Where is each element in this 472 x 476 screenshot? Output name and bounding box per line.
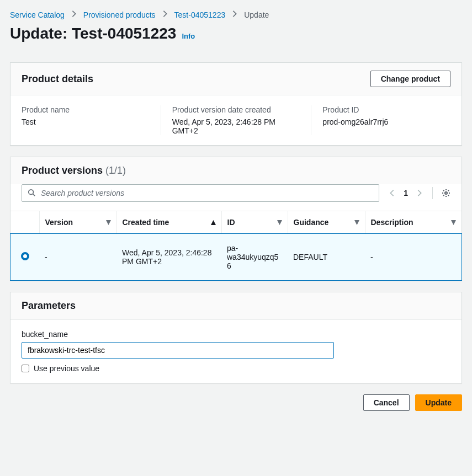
product-versions-title: Product versions (1/1) (22, 165, 126, 177)
product-date-label: Product version date created (172, 105, 300, 114)
svg-marker-3 (106, 220, 111, 225)
sort-icon (451, 218, 456, 227)
svg-marker-5 (277, 220, 282, 225)
col-version[interactable]: Version (39, 211, 116, 234)
cell-guidance: DEFAULT (288, 234, 365, 281)
svg-point-0 (29, 189, 34, 194)
cancel-button[interactable]: Cancel (363, 394, 410, 411)
sort-asc-icon (211, 218, 216, 227)
radio-selected-icon[interactable] (21, 252, 29, 260)
search-input[interactable] (40, 188, 373, 198)
cell-created: Wed, Apr 5, 2023, 2:46:28 PM GMT+2 (116, 234, 221, 281)
use-previous-value-checkbox[interactable] (22, 365, 29, 372)
settings-button[interactable] (442, 189, 450, 197)
info-link[interactable]: Info (182, 32, 195, 40)
product-versions-count: (1/1) (105, 165, 126, 176)
product-id-value: prod-omg26alr7rrj6 (322, 117, 450, 126)
parameters-title: Parameters (22, 300, 76, 312)
chevron-right-icon (70, 10, 78, 19)
col-description[interactable]: Description (365, 211, 462, 234)
product-id-label: Product ID (322, 105, 450, 114)
product-versions-panel: Product versions (1/1) 1 (10, 157, 462, 281)
chevron-right-icon (231, 10, 238, 19)
parameters-panel: Parameters bucket_name Use previous valu… (10, 292, 462, 383)
svg-point-2 (445, 192, 447, 194)
bucket-name-label: bucket_name (22, 330, 450, 339)
sort-icon (106, 218, 111, 227)
sort-icon (277, 218, 282, 227)
use-previous-value-label: Use previous value (34, 364, 99, 373)
next-page-button[interactable] (416, 189, 423, 197)
sort-icon (354, 218, 359, 227)
breadcrumb-service-catalog[interactable]: Service Catalog (10, 10, 65, 19)
page-title: Update: Test-04051223 (10, 25, 176, 42)
use-previous-value-row[interactable]: Use previous value (22, 364, 450, 373)
breadcrumb-product[interactable]: Test-04051223 (174, 10, 226, 19)
table-row[interactable]: - Wed, Apr 5, 2023, 2:46:28 PM GMT+2 pa-… (10, 234, 462, 281)
pager: 1 (388, 189, 423, 197)
product-name-label: Product name (22, 105, 150, 114)
col-created[interactable]: Created time (116, 211, 221, 234)
product-details-panel: Product details Change product Product n… (10, 62, 462, 146)
footer-actions: Cancel Update (10, 394, 462, 411)
versions-table: Version Created time (10, 211, 462, 280)
cell-version: - (39, 234, 116, 281)
chevron-right-icon (161, 10, 169, 19)
breadcrumb-current: Update (244, 10, 269, 19)
breadcrumb: Service Catalog Provisioned products Tes… (10, 10, 462, 19)
cell-description: - (365, 234, 462, 281)
update-button[interactable]: Update (415, 394, 462, 411)
svg-marker-4 (211, 220, 216, 225)
product-name-value: Test (22, 117, 150, 126)
search-product-versions[interactable] (22, 184, 379, 202)
col-guidance[interactable]: Guidance (288, 211, 365, 234)
col-id[interactable]: ID (221, 211, 288, 234)
prev-page-button[interactable] (388, 189, 396, 197)
breadcrumb-provisioned-products[interactable]: Provisioned products (83, 10, 156, 19)
divider (432, 187, 433, 199)
product-details-title: Product details (22, 73, 93, 85)
cell-id: pa-wa34ukyuqzq56 (221, 234, 288, 281)
svg-marker-7 (451, 220, 456, 225)
search-icon (28, 189, 35, 198)
svg-marker-6 (354, 220, 359, 225)
product-date-value: Wed, Apr 5, 2023, 2:46:28 PM GMT+2 (172, 117, 300, 135)
bucket-name-input[interactable] (22, 342, 334, 359)
svg-line-1 (33, 194, 35, 196)
change-product-button[interactable]: Change product (370, 71, 450, 87)
page-number: 1 (404, 189, 408, 197)
